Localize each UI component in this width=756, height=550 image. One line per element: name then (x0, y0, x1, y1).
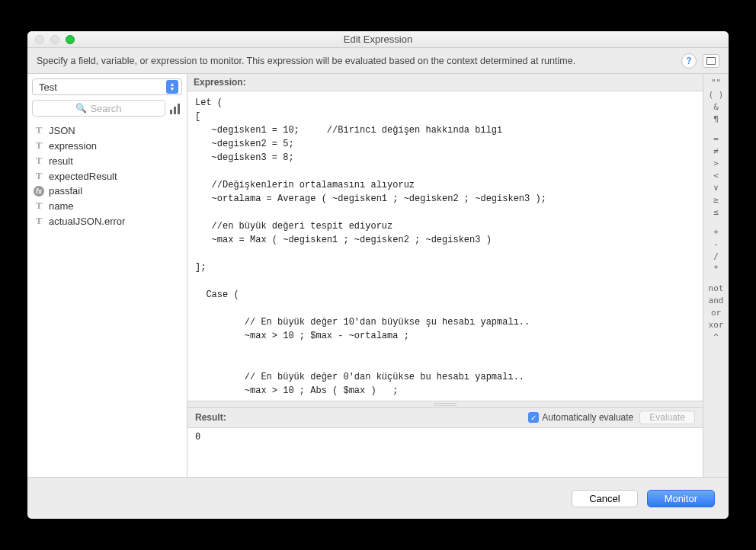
field-name: JSON (49, 125, 75, 136)
footer: Cancel Monitor (27, 478, 729, 519)
text-field-icon: T (34, 215, 44, 227)
search-placeholder: Search (90, 103, 121, 114)
window-title: Edit Expression (27, 34, 729, 45)
operator-button[interactable]: & (703, 101, 729, 112)
operator-button[interactable]: or (703, 307, 729, 318)
monitor-button[interactable]: Monitor (647, 490, 715, 507)
operator-button[interactable]: ≥ (703, 194, 729, 205)
operator-button[interactable]: ∨ (703, 182, 729, 193)
table-select[interactable]: Test ▲▼ (32, 78, 182, 95)
expression-editor[interactable]: Let ( [ ~degisken1 = 10; //Birinci değiş… (187, 91, 703, 401)
operator-button[interactable]: "" (703, 77, 729, 88)
calculation-field-icon: fx (34, 186, 44, 197)
field-list: TJSONTexpressionTresultTexpectedResultfx… (27, 121, 187, 477)
instruction-text: Specify a field, variable, or expression… (37, 56, 575, 66)
expression-label: Expression: (187, 74, 703, 91)
operator-button[interactable]: > (703, 158, 729, 168)
main-content: Test ▲▼ 🔍 Search TJSONTexpressionTresult… (27, 74, 729, 478)
titlebar: Edit Expression (27, 31, 729, 48)
operator-button[interactable]: * (703, 263, 729, 273)
help-button[interactable]: ? (681, 53, 697, 69)
operator-button[interactable]: ¶ (703, 114, 729, 124)
field-name: passfail (49, 185, 82, 197)
text-field-icon: T (34, 124, 44, 136)
search-icon: 🔍 (75, 103, 87, 114)
field-name: actualJSON.error (49, 216, 125, 227)
operator-button[interactable]: ≤ (703, 206, 729, 217)
text-field-icon: T (34, 200, 44, 212)
checkmark-icon: ✓ (528, 412, 539, 423)
text-field-icon: T (34, 139, 44, 152)
auto-evaluate-checkbox[interactable]: ✓ Automatically evaluate (528, 412, 633, 423)
result-label: Result: (195, 412, 226, 423)
field-item[interactable]: fxpassfail (27, 184, 187, 198)
cancel-button[interactable]: Cancel (572, 490, 637, 507)
result-header: Result: ✓ Automatically evaluate Evaluat… (187, 408, 703, 428)
operator-button[interactable]: < (703, 170, 729, 181)
field-item[interactable]: TJSON (27, 123, 187, 138)
field-item[interactable]: Texpression (27, 138, 187, 153)
operators-pane: ""( )&¶=≠><∨≥≤+-/*notandorxor^ (703, 74, 729, 477)
operator-button[interactable]: and (703, 295, 729, 305)
operator-button[interactable]: not (703, 283, 729, 293)
operator-button[interactable]: ≠ (703, 145, 729, 156)
operator-button[interactable]: / (703, 251, 729, 261)
text-field-icon: T (34, 170, 44, 182)
field-item[interactable]: TactualJSON.error (27, 213, 187, 229)
fields-pane: Test ▲▼ 🔍 Search TJSONTexpressionTresult… (27, 74, 187, 477)
operator-button[interactable]: xor (703, 319, 729, 330)
field-item[interactable]: Tname (27, 198, 187, 213)
table-select-value: Test (39, 82, 57, 93)
field-name: expression (49, 140, 97, 152)
search-input[interactable]: 🔍 Search (32, 100, 165, 117)
chevron-updown-icon: ▲▼ (166, 80, 178, 94)
sort-icon[interactable] (170, 102, 182, 114)
operator-button[interactable]: = (703, 133, 729, 144)
data-viewer-button[interactable] (703, 54, 719, 68)
field-name: result (49, 155, 73, 167)
operator-button[interactable]: ( ) (703, 89, 729, 100)
auto-evaluate-label: Automatically evaluate (542, 412, 633, 423)
expression-pane: Expression: Let ( [ ~degisken1 = 10; //B… (187, 74, 703, 477)
result-output: 0 (187, 428, 703, 477)
operator-button[interactable]: + (703, 226, 729, 237)
instruction-bar: Specify a field, variable, or expression… (27, 48, 729, 74)
resize-handle[interactable] (187, 401, 703, 408)
text-field-icon: T (34, 155, 44, 167)
edit-expression-window: Edit Expression Specify a field, variabl… (27, 31, 729, 519)
field-name: name (49, 200, 74, 212)
field-name: expectedResult (49, 171, 117, 182)
field-item[interactable]: Tresult (27, 153, 187, 168)
operator-button[interactable]: ^ (703, 331, 729, 342)
operator-button[interactable]: - (703, 238, 729, 249)
field-item[interactable]: TexpectedResult (27, 168, 187, 184)
evaluate-button: Evaluate (639, 411, 695, 424)
